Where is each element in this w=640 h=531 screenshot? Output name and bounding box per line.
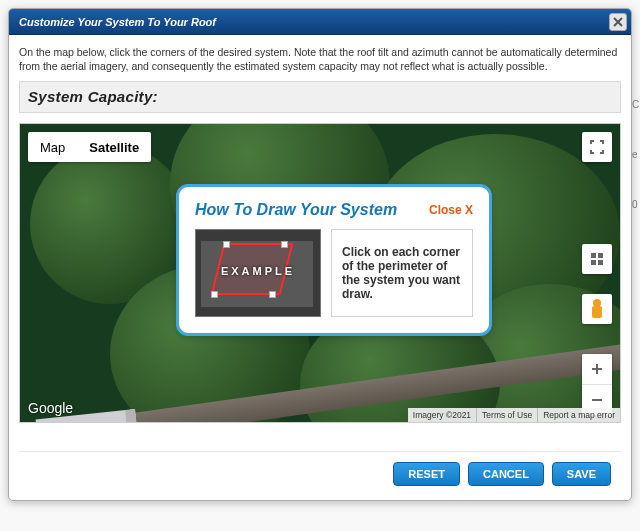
minus-icon [590,393,604,407]
map-type-control: Map Satellite [28,132,151,162]
svg-rect-2 [591,260,596,265]
reset-button[interactable]: RESET [393,462,460,486]
map-type-satellite[interactable]: Satellite [77,132,151,162]
streetview-button[interactable] [582,294,612,324]
dialog-body: On the map below, click the corners of t… [9,35,631,500]
dialog-button-bar: RESET CANCEL SAVE [19,451,621,496]
pegman-icon [590,299,604,319]
svg-rect-0 [591,253,596,258]
close-icon [613,17,623,27]
background-page-fragment: Ce0 [632,80,638,230]
dialog-title: Customize Your System To Your Roof [9,9,631,35]
map-canvas[interactable]: Map Satellite [19,123,621,423]
svg-rect-3 [598,260,603,265]
terms-link[interactable]: Terms of Use [476,408,537,422]
google-logo: Google [28,400,73,416]
rotate-button[interactable] [582,244,612,274]
dialog-header: Customize Your System To Your Roof [9,9,631,35]
fullscreen-button[interactable] [582,132,612,162]
map-type-map[interactable]: Map [28,132,77,162]
system-capacity-label: System Capacity: [28,88,158,105]
save-button[interactable]: SAVE [552,462,611,486]
fullscreen-icon [590,140,604,154]
report-map-error-link[interactable]: Report a map error [537,408,620,422]
customize-system-dialog: Customize Your System To Your Roof On th… [8,8,632,501]
grid-icon [590,252,604,266]
zoom-control [582,354,612,415]
zoom-in-button[interactable] [582,354,612,384]
imagery-attribution: Imagery ©2021 [408,408,476,422]
svg-rect-1 [598,253,603,258]
plus-icon [590,362,604,376]
map-attribution: Imagery ©2021 Terms of Use Report a map … [408,408,620,422]
instruction-text: On the map below, click the corners of t… [19,45,621,73]
system-capacity-block: System Capacity: [19,81,621,113]
cancel-button[interactable]: CANCEL [468,462,544,486]
howto-popup: How To Draw Your System Close X EXAMPLE … [176,184,492,336]
howto-close-button[interactable]: Close X [429,203,473,217]
howto-instruction: Click on each corner of the perimeter of… [331,229,473,317]
howto-body: EXAMPLE Click on each corner of the peri… [195,229,473,317]
example-image: EXAMPLE [195,229,321,317]
dialog-close-button[interactable] [609,13,627,31]
example-label: EXAMPLE [195,265,321,277]
